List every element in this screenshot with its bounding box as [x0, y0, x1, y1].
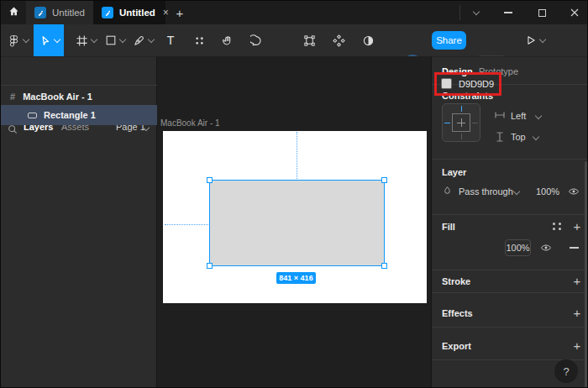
chevron-down-icon	[473, 8, 480, 14]
actions-icon	[193, 34, 206, 47]
constraints-widget[interactable]	[442, 103, 480, 142]
chevron-down-icon	[90, 36, 97, 43]
fill-opacity-field[interactable]: 100%	[505, 239, 531, 256]
text-tool-button[interactable]: T	[162, 24, 179, 56]
frame-icon: #	[10, 92, 15, 102]
add-effect-button[interactable]: +	[570, 305, 585, 320]
constraint-right-tick[interactable]	[472, 123, 478, 124]
fill-section-title: Fill	[442, 222, 455, 232]
layer-name: Rectangle 1	[44, 110, 96, 120]
close-icon	[570, 8, 579, 17]
create-component-button[interactable]	[330, 24, 347, 56]
minimize-icon	[504, 12, 512, 13]
horizontal-constraint-value[interactable]: Left	[511, 111, 526, 121]
present-button[interactable]	[522, 24, 548, 56]
size-badge: 841 × 416	[276, 272, 316, 284]
pen-tool-icon	[133, 34, 145, 47]
layers-panel: Layers Assets Page 1 # MacBook Air - 1 R…	[1, 56, 157, 388]
chevron-down-icon[interactable]	[535, 113, 542, 119]
effects-section-title: Effects	[442, 308, 473, 318]
figma-app-window: Untitled Untitled × +	[0, 0, 588, 388]
shape-tool-button[interactable]	[101, 24, 129, 56]
move-cursor-icon	[39, 34, 51, 47]
figma-file-icon	[34, 7, 46, 18]
add-export-button[interactable]: +	[570, 338, 585, 353]
figma-logo-icon	[8, 34, 20, 47]
add-stroke-button[interactable]: +	[570, 273, 585, 288]
horizontal-constraint-icon	[494, 111, 506, 119]
layer-row-rectangle-selected[interactable]: Rectangle 1	[1, 105, 157, 125]
styles-icon[interactable]	[553, 223, 562, 230]
new-tab-button[interactable]: +	[171, 1, 188, 24]
remove-fill-button[interactable]	[570, 247, 579, 249]
hand-tool-button[interactable]	[219, 24, 236, 56]
resize-handle-bottom-left[interactable]	[207, 263, 213, 269]
chevron-down-icon[interactable]	[513, 188, 520, 195]
canvas[interactable]: MacBook Air - 1 841 × 416	[157, 56, 431, 388]
selected-rectangle[interactable]	[209, 180, 385, 266]
file-tab-inactive[interactable]: Untitled	[26, 1, 93, 24]
window-maximize-button[interactable]	[529, 1, 554, 24]
file-tab-active[interactable]: Untitled ×	[93, 1, 165, 24]
rectangle-tool-icon	[105, 34, 117, 46]
tab-label: Untitled	[119, 8, 155, 18]
constraint-top-tick[interactable]	[461, 106, 463, 112]
chevron-down-icon	[119, 36, 126, 43]
pen-tool-button[interactable]	[129, 24, 157, 56]
window-menu-button[interactable]	[464, 1, 489, 24]
alignment-guide-vertical	[297, 132, 297, 181]
panel-scrollbar[interactable]	[585, 161, 587, 388]
constraint-left-tick[interactable]	[444, 123, 450, 124]
tab-close-icon[interactable]: ×	[163, 8, 169, 18]
layer-visibility-eye-icon[interactable]	[568, 186, 580, 197]
resize-handle-top-right[interactable]	[381, 177, 387, 183]
home-button[interactable]	[1, 1, 26, 24]
edit-object-button[interactable]	[301, 24, 318, 56]
actions-tool-button[interactable]	[191, 24, 207, 56]
blend-mode-icon	[442, 185, 453, 197]
share-button[interactable]: Share	[432, 31, 466, 50]
mask-button[interactable]	[360, 24, 376, 56]
figma-file-icon	[102, 7, 113, 18]
blend-mode-value[interactable]: Pass through	[459, 186, 513, 197]
home-icon	[8, 5, 20, 21]
maximize-icon	[538, 9, 546, 17]
window-close-button[interactable]	[562, 1, 587, 24]
tab-bar: Untitled Untitled × +	[1, 1, 588, 24]
chevron-down-icon	[53, 36, 60, 43]
frame-title[interactable]: MacBook Air - 1	[160, 118, 220, 128]
play-icon	[525, 34, 537, 46]
help-button[interactable]: ?	[554, 359, 578, 383]
move-tool-button[interactable]	[34, 24, 64, 56]
resize-handle-bottom-right[interactable]	[381, 263, 387, 269]
comment-tool-button[interactable]	[248, 24, 265, 56]
resize-handle-top-left[interactable]	[207, 177, 213, 183]
annotation-highlight-box: D9D9D9	[434, 72, 501, 96]
layer-row-frame[interactable]: # MacBook Air - 1	[1, 87, 157, 107]
add-fill-button[interactable]: +	[570, 218, 585, 233]
vertical-constraint-value[interactable]: Top	[511, 132, 526, 142]
main-menu-button[interactable]	[4, 24, 31, 56]
hand-tool-icon	[222, 34, 234, 47]
alignment-guide-horizontal	[165, 224, 210, 225]
tab-label: Untitled	[52, 8, 85, 18]
toolbar: T	[1, 24, 588, 56]
chevron-down-icon	[539, 36, 546, 43]
window-minimize-button[interactable]	[496, 1, 521, 24]
chevron-down-icon	[147, 36, 154, 43]
layer-section-title: Layer	[442, 167, 466, 177]
frame-tool-icon	[76, 34, 88, 47]
vertical-constraint-icon	[496, 131, 504, 143]
edit-object-icon	[303, 34, 316, 47]
layer-name: MacBook Air - 1	[23, 92, 92, 102]
frame-tool-button[interactable]	[71, 24, 100, 56]
fill-visibility-eye-icon[interactable]	[540, 243, 552, 253]
chevron-down-icon[interactable]	[533, 134, 539, 140]
rectangle-layer-icon	[28, 113, 37, 118]
fill-hex-value[interactable]: D9D9D9	[459, 79, 494, 89]
layer-opacity-value[interactable]: 100%	[536, 186, 558, 197]
stroke-section-title: Stroke	[442, 276, 470, 286]
export-section-title: Export	[442, 341, 471, 351]
fill-color-swatch[interactable]	[441, 78, 452, 89]
constraint-bottom-tick[interactable]	[461, 134, 463, 139]
